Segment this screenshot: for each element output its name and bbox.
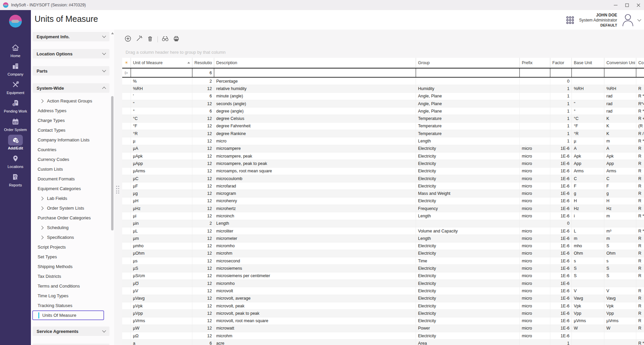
grid-cell-conversion_unit[interactable] bbox=[604, 78, 636, 85]
grid-cell-base_unit[interactable]: W bbox=[572, 325, 604, 332]
grid-cell-group[interactable]: Electricity bbox=[416, 168, 520, 175]
grid-cell-prefix[interactable] bbox=[520, 85, 550, 92]
row-indicator[interactable] bbox=[122, 287, 131, 294]
grid-cell-factor[interactable]: 1E-6 bbox=[550, 265, 572, 272]
grid-cell-co[interactable]: R bbox=[636, 168, 644, 175]
grid-cell-resolution[interactable]: 6 bbox=[192, 340, 214, 345]
grid-cell-prefix[interactable]: micro bbox=[520, 175, 550, 182]
grid-cell-description[interactable]: microhm bbox=[214, 332, 416, 339]
grid-cell-description[interactable]: degree Celsius bbox=[214, 115, 416, 122]
grid-cell-conversion_unit[interactable] bbox=[604, 280, 636, 287]
find-button[interactable] bbox=[162, 36, 169, 43]
grid-cell-group[interactable]: Electricity bbox=[416, 182, 520, 189]
print-button[interactable] bbox=[173, 36, 180, 43]
grid-cell-base_unit[interactable]: L bbox=[572, 227, 604, 234]
grid-cell-unit[interactable]: µArms bbox=[131, 168, 192, 175]
grid-cell-prefix[interactable]: micro bbox=[520, 227, 550, 234]
grid-cell-group[interactable]: Angle, Plane bbox=[416, 107, 520, 115]
row-indicator[interactable] bbox=[122, 205, 131, 212]
grid-cell-group[interactable]: Area bbox=[416, 340, 520, 345]
column-header-prefix[interactable]: Prefix bbox=[520, 58, 550, 68]
sidebar-item-tax-districts[interactable]: Tax Districts bbox=[31, 271, 114, 281]
grid-cell-conversion_unit[interactable]: F bbox=[604, 182, 636, 189]
grid-cell-co[interactable]: R * bbox=[636, 340, 644, 345]
grid-cell-prefix[interactable]: micro bbox=[520, 310, 550, 317]
sidebar-item-order-system-lists[interactable]: Order System Lists bbox=[31, 203, 114, 213]
grid-cell-base_unit[interactable]: Vpp bbox=[572, 310, 604, 317]
grid-cell-prefix[interactable]: micro bbox=[520, 287, 550, 294]
grid-cell-description[interactable]: microamps, root mean square bbox=[214, 168, 416, 175]
grid-cell-description[interactable]: acre bbox=[214, 340, 416, 345]
row-indicator[interactable] bbox=[122, 160, 131, 167]
grid-cell-group[interactable]: Temperature bbox=[416, 115, 520, 122]
column-header-resolution[interactable]: Resolutio bbox=[192, 58, 214, 68]
grid-cell-resolution[interactable]: 12 bbox=[192, 317, 214, 325]
grid-cell-conversion_unit[interactable]: %RH bbox=[604, 85, 636, 92]
grid-cell-conversion_unit[interactable]: Vavg bbox=[604, 295, 636, 302]
grid-cell-conversion_unit[interactable]: Ohm bbox=[604, 250, 636, 257]
sidebar-item-lab-fields[interactable]: Lab Fields bbox=[31, 193, 114, 203]
grid-cell-unit[interactable]: µApp bbox=[131, 160, 192, 167]
grid-cell-group[interactable]: Length bbox=[416, 235, 520, 242]
sidebar-item-terms-and-conditions[interactable]: Terms and Conditions bbox=[31, 281, 114, 291]
grid-cell-factor[interactable]: 1 bbox=[550, 93, 572, 100]
grid-cell-description[interactable]: degree Rankine bbox=[214, 130, 416, 137]
grid-cell-base_unit[interactable]: Vpk bbox=[572, 302, 604, 309]
grid-cell-group[interactable]: Humidity bbox=[416, 85, 520, 92]
maximize-button[interactable] bbox=[621, 0, 633, 10]
grid-cell-resolution[interactable]: 12 bbox=[192, 243, 214, 250]
nav-item-equipment[interactable]: Equipment bbox=[0, 79, 31, 98]
grid-cell-prefix[interactable]: micro bbox=[520, 198, 550, 205]
grid-cell-conversion_unit[interactable]: Hz bbox=[604, 205, 636, 212]
grid-cell-group[interactable]: Length bbox=[416, 137, 520, 144]
minimize-button[interactable] bbox=[610, 0, 621, 10]
sidebar-item-charge-types[interactable]: Charge Types bbox=[31, 116, 114, 125]
grid-cell-factor[interactable]: 1E-6 bbox=[550, 280, 572, 287]
grid-cell-factor[interactable]: 1E-6 bbox=[550, 212, 572, 219]
row-indicator[interactable] bbox=[122, 340, 131, 345]
grid-cell-resolution[interactable]: 12 bbox=[192, 250, 214, 257]
grid-cell-base_unit[interactable]: S bbox=[572, 272, 604, 279]
grid-cell-base_unit[interactable] bbox=[572, 220, 604, 227]
grid-cell-co[interactable]: R bbox=[636, 85, 644, 92]
grid-cell-group[interactable] bbox=[416, 220, 520, 227]
nav-item-reports[interactable]: Reports bbox=[0, 172, 31, 190]
grid-cell-unit[interactable]: µS/cm bbox=[131, 272, 192, 279]
grid-cell-unit[interactable]: µVavg bbox=[131, 295, 192, 302]
grid-cell-resolution[interactable]: 12 bbox=[192, 302, 214, 309]
grid-cell-group[interactable]: Volume and Capacity bbox=[416, 227, 520, 234]
grid-cell-factor[interactable]: 1 bbox=[550, 107, 572, 115]
add-button[interactable] bbox=[124, 36, 132, 43]
grid-cell-description[interactable]: micro bbox=[214, 137, 416, 144]
grid-cell-unit[interactable]: µV bbox=[131, 287, 192, 294]
row-indicator[interactable] bbox=[122, 85, 131, 92]
grid-cell-description[interactable]: microampere, peak bbox=[214, 153, 416, 160]
grid-cell-conversion_unit[interactable] bbox=[604, 340, 636, 345]
panel-splitter[interactable] bbox=[114, 30, 122, 345]
grid-cell-resolution[interactable]: 12 bbox=[192, 332, 214, 339]
grid-cell-base_unit[interactable]: C bbox=[572, 175, 604, 182]
grid-cell-factor[interactable]: 1E-6 bbox=[550, 145, 572, 152]
column-header-indicator[interactable]: ☀ bbox=[122, 58, 131, 68]
grid-cell-conversion_unit[interactable]: Arms bbox=[604, 168, 636, 175]
grid-cell-resolution[interactable]: 12 bbox=[192, 130, 214, 137]
grid-cell-resolution[interactable]: 12 bbox=[192, 198, 214, 205]
grid-cell-prefix[interactable] bbox=[520, 220, 550, 227]
grid-cell-resolution[interactable]: 2 bbox=[192, 78, 214, 85]
grid-cell-base_unit[interactable]: Arms bbox=[572, 168, 604, 175]
grid-cell-conversion_unit[interactable]: Vpk bbox=[604, 302, 636, 309]
grid-cell-conversion_unit[interactable]: S bbox=[604, 265, 636, 272]
grid-cell-co[interactable]: (R + bbox=[636, 123, 644, 130]
grid-cell-base_unit[interactable]: µVrms bbox=[572, 317, 604, 325]
grid-cell-group[interactable]: Temperature bbox=[416, 130, 520, 137]
grid-cell-group[interactable]: Mass and Weight bbox=[416, 190, 520, 197]
grid-cell-group[interactable]: Electricity bbox=[416, 317, 520, 325]
grid-cell-description[interactable]: degree Fahrenheit bbox=[214, 123, 416, 130]
grid-cell-base_unit[interactable] bbox=[572, 280, 604, 287]
grid-cell-group[interactable]: Electricity bbox=[416, 272, 520, 279]
grid-cell-description[interactable]: degree (angle) bbox=[214, 107, 416, 115]
grid-cell-base_unit[interactable]: F bbox=[572, 182, 604, 189]
grid-cell-unit[interactable]: µVrms bbox=[131, 317, 192, 325]
grid-cell-unit[interactable]: µ℧ bbox=[131, 280, 192, 287]
accordion-section-location-options[interactable]: Location Options bbox=[33, 49, 109, 58]
